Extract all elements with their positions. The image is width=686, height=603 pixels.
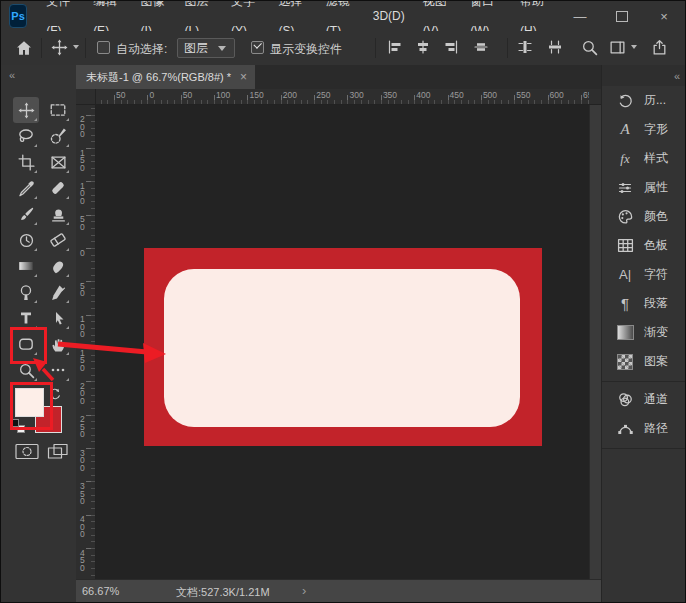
document-tab[interactable]: 未标题-1 @ 66.7%(RGB/8#) * ×: [76, 65, 255, 89]
status-chevron-icon[interactable]: ›: [302, 583, 306, 598]
tab-close-icon[interactable]: ×: [240, 70, 247, 84]
document-info: 文档:527.3K/1.21M: [176, 585, 270, 600]
clone-stamp-tool[interactable]: [45, 201, 71, 227]
minimize-button[interactable]: —: [559, 1, 601, 31]
maximize-button[interactable]: [601, 1, 643, 31]
ruler-label: 600: [550, 90, 564, 100]
panel-tab-history[interactable]: 历...: [602, 86, 686, 115]
panel-tab-label: 字形: [644, 121, 668, 138]
rounded-rectangle-shape[interactable]: [164, 269, 520, 427]
ruler-origin-corner[interactable]: [76, 89, 96, 105]
close-button[interactable]: ×: [643, 1, 685, 31]
home-button[interactable]: [15, 39, 33, 57]
brush-icon: [18, 206, 35, 223]
horizontal-ruler[interactable]: 50 0 50 100 150 200 250 300 350 400 450 …: [96, 89, 589, 105]
maximize-icon: [616, 11, 628, 22]
clone-stamp-icon: [50, 206, 67, 223]
move-tool-preset-button[interactable]: [51, 39, 68, 56]
ruler-label: 0: [80, 250, 88, 258]
align-right-button[interactable]: [443, 39, 459, 55]
collapse-panels-icon[interactable]: «: [674, 70, 679, 82]
path-selection-tool[interactable]: [45, 305, 71, 331]
move-tool-icon: [51, 39, 68, 56]
paragraph-icon: ¶: [615, 294, 635, 314]
gradient-tool[interactable]: [13, 253, 39, 279]
zoom-level-field[interactable]: 66.67%: [82, 585, 119, 597]
align-left-button[interactable]: [387, 39, 403, 55]
share-icon: [651, 39, 668, 56]
eyedropper-icon: [18, 180, 35, 197]
panel-tab-color[interactable]: 颜色: [602, 202, 686, 231]
eraser-tool[interactable]: [45, 227, 71, 253]
share-button[interactable]: [651, 39, 668, 56]
tool-preset-chevron-icon[interactable]: [73, 45, 79, 49]
auto-select-target-dropdown[interactable]: 图层: [177, 38, 235, 58]
gradient-icon: [17, 257, 35, 275]
ruler-label: 150: [80, 350, 88, 373]
crop-tool[interactable]: [13, 149, 39, 175]
panel-tab-paragraph[interactable]: ¶ 段落: [602, 289, 686, 318]
document-canvas[interactable]: [144, 248, 542, 446]
paths-icon: [615, 419, 635, 439]
canvas-viewport[interactable]: [96, 105, 589, 581]
panel-tab-swatches[interactable]: 色板: [602, 231, 686, 260]
history-brush-tool[interactable]: [13, 227, 39, 253]
search-button[interactable]: [581, 39, 598, 56]
eyedropper-tool[interactable]: [13, 175, 39, 201]
marquee-icon: [49, 101, 67, 119]
align-vertical-center-button[interactable]: [473, 39, 489, 55]
search-icon: [581, 39, 598, 56]
panel-tab-channels[interactable]: 通道: [602, 385, 686, 414]
panel-tab-properties[interactable]: 属性: [602, 173, 686, 202]
quick-selection-icon: [49, 127, 67, 145]
panel-tab-label: 路径: [644, 420, 668, 437]
workspace-chevron-icon[interactable]: [631, 45, 637, 49]
quick-selection-tool[interactable]: [45, 123, 71, 149]
brush-tool[interactable]: [13, 201, 39, 227]
menu-3d[interactable]: 3D(D): [364, 1, 414, 31]
quick-mask-button[interactable]: [15, 443, 39, 460]
screen-mode-button[interactable]: [47, 443, 69, 460]
ruler-label: 100: [80, 316, 88, 339]
ruler-label: 400: [80, 516, 88, 539]
collapse-tools-icon[interactable]: «: [9, 69, 14, 81]
panel-tab-styles[interactable]: fx 样式: [602, 144, 686, 173]
panel-tab-character[interactable]: A| 字符: [602, 260, 686, 289]
vertical-ruler[interactable]: 200 150 100 50 0 50 100 150 200 250 300 …: [76, 105, 96, 581]
lasso-tool[interactable]: [13, 123, 39, 149]
distribute-horizontal-button[interactable]: [547, 39, 563, 55]
ruler-label: 50: [80, 283, 88, 298]
show-transform-checkbox[interactable]: [251, 41, 264, 54]
healing-brush-tool[interactable]: [45, 175, 71, 201]
home-icon: [15, 39, 33, 57]
ruler-label: 200: [80, 383, 88, 406]
pen-tool[interactable]: [45, 279, 71, 305]
pattern-swatch-icon: [615, 352, 635, 372]
smudge-tool[interactable]: [45, 253, 71, 279]
auto-select-checkbox[interactable]: [97, 41, 110, 54]
type-icon: [18, 310, 34, 326]
distribute-vertical-button[interactable]: [517, 39, 533, 55]
panel-tab-glyphs[interactable]: A 字形: [602, 115, 686, 144]
swatches-grid-icon: [615, 236, 635, 256]
frame-tool[interactable]: [45, 149, 71, 175]
edit-toolbar-button[interactable]: [45, 357, 71, 383]
panel-tab-patterns[interactable]: 图案: [602, 347, 686, 376]
properties-icon: [615, 178, 635, 198]
align-horizontal-center-button[interactable]: [415, 39, 431, 55]
workspace-button[interactable]: [609, 39, 626, 56]
color-palette-icon: [615, 207, 635, 227]
history-brush-icon: [18, 232, 35, 249]
vertical-scrollbar[interactable]: [589, 105, 601, 581]
marquee-tool[interactable]: [45, 97, 71, 123]
align-left-icon: [387, 39, 403, 55]
ruler-label: 150: [250, 90, 264, 100]
dodge-tool[interactable]: [13, 279, 39, 305]
hand-tool[interactable]: [45, 331, 71, 357]
ruler-label: 450: [80, 550, 88, 573]
ruler-label: 200: [80, 116, 88, 139]
panel-tab-paths[interactable]: 路径: [602, 414, 686, 443]
move-tool[interactable]: [13, 97, 39, 123]
ruler-label: 350: [80, 483, 88, 506]
panel-tab-gradients[interactable]: 渐变: [602, 318, 686, 347]
